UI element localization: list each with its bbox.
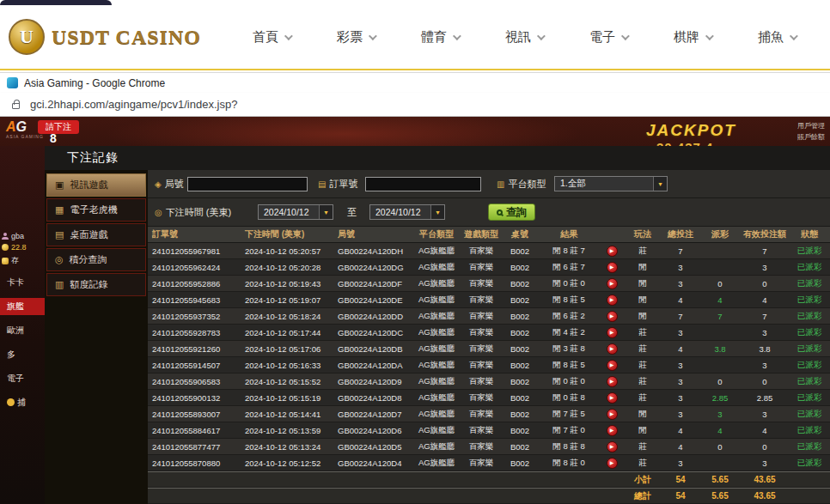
deposit-icon	[2, 258, 9, 264]
lobby-menu-item-slots[interactable]: 電子	[0, 370, 45, 387]
cell-payout: 2.85	[699, 393, 741, 403]
col-header-platform: 平台類型	[412, 228, 461, 240]
lobby-left-strip: gba 22.8 存 卡卡旗艦歐洲多電子捕	[0, 146, 45, 504]
lobby-menu-item-kaka[interactable]: 卡卡	[0, 274, 45, 291]
table-row: 2410120559624242024-10-12 05:20:28GB0022…	[148, 259, 830, 276]
cell-time: 2024-10-12 05:12:52	[241, 458, 333, 468]
site-logo[interactable]: U USDT CASINO	[9, 19, 201, 55]
cell-table: B002	[502, 328, 538, 337]
date-to-select[interactable]: 2024/10/12 ▼	[369, 204, 445, 220]
cell-table: B002	[502, 246, 538, 256]
platform-filter-label-group: ▥ 平台類型	[497, 178, 546, 191]
nav-item-live[interactable]: 視訊	[505, 29, 543, 46]
cell-replay: ▶	[600, 326, 624, 338]
replay-button[interactable]: ▶	[607, 425, 618, 436]
cell-order: 241012055877477	[148, 442, 241, 452]
lobby-deposit[interactable]: 存	[2, 255, 45, 266]
asia-gaming-favicon-icon	[7, 77, 18, 88]
cell-valid: 7	[741, 312, 789, 321]
replay-button[interactable]: ▶	[607, 295, 618, 306]
replay-button[interactable]: ▶	[607, 311, 618, 322]
cell-valid: 7	[741, 246, 789, 256]
replay-button[interactable]: ▶	[607, 327, 618, 338]
sidebar-item-points-query[interactable]: ◎積分查詢	[46, 248, 146, 271]
cell-valid: 3	[741, 458, 789, 468]
cell-play: 莊	[624, 458, 662, 469]
lobby-menu-item-europe[interactable]: 歐洲	[0, 322, 45, 339]
platform-select[interactable]: 1.全部 ▼	[554, 176, 668, 191]
col-header-order: 訂單號	[148, 228, 241, 240]
cell-play: 閒	[624, 262, 662, 273]
date-from-select[interactable]: 2024/10/12 ▼	[258, 204, 333, 220]
lobby-user: gba	[2, 232, 45, 240]
cell-table: B002	[502, 361, 538, 370]
sidebar-item-live-games[interactable]: ▣視訊遊戲	[46, 173, 146, 197]
cell-bet: 54	[662, 491, 699, 501]
col-header-valid: 有效投注額	[741, 228, 789, 240]
lobby-menu-item-flagship[interactable]: 旗艦	[0, 298, 45, 315]
lobby-menu-item-fishing[interactable]: 捕	[0, 394, 45, 411]
banner-link-account-balance[interactable]: 賬戶餘額	[797, 131, 830, 143]
replay-button[interactable]: ▶	[607, 360, 618, 371]
cell-replay: ▶	[600, 375, 624, 387]
order-number-icon: ▤	[318, 179, 326, 189]
sidebar-item-slot-machines[interactable]: ▦電子老虎機	[46, 198, 146, 222]
cell-status: 已派彩	[789, 425, 830, 436]
cell-table: B002	[502, 344, 538, 354]
sidebar-item-credit-records[interactable]: ▥額度記錄	[46, 273, 146, 296]
replay-button[interactable]: ▶	[607, 441, 618, 452]
replay-button[interactable]: ▶	[607, 246, 618, 257]
cell-order: 241012055928783	[148, 328, 241, 337]
order-number-input[interactable]	[365, 177, 481, 191]
cell-status: 已派彩	[789, 458, 830, 469]
replay-button[interactable]: ▶	[607, 278, 618, 289]
replay-button[interactable]: ▶	[607, 262, 618, 273]
cell-play: 小計	[624, 474, 662, 486]
nav-item-fishing[interactable]: 捕魚	[758, 29, 796, 46]
search-button[interactable]: 查詢	[488, 203, 535, 221]
sidebar-item-icon: ▤	[55, 229, 64, 240]
cell-valid: 43.65	[741, 491, 789, 501]
replay-button[interactable]: ▶	[607, 458, 618, 469]
table-row: 2410120558846172024-10-12 05:13:59GB0022…	[148, 422, 830, 439]
chevron-down-icon	[537, 32, 546, 40]
cell-status: 已派彩	[789, 343, 830, 355]
lobby-menu-label: 旗艦	[7, 301, 24, 311]
cell-valid: 3	[741, 328, 789, 337]
url-bar[interactable]: gci.2hhapi.com/agingame/pcv1/index.jsp?	[0, 93, 830, 117]
col-header-time: 下注時間 (美東)	[241, 228, 333, 240]
cell-order: 241012055945683	[148, 295, 241, 305]
cell-status: 已派彩	[789, 246, 830, 257]
replay-button[interactable]: ▶	[607, 409, 618, 420]
nav-item-home[interactable]: 首頁	[253, 29, 290, 46]
cell-round: GB00224A120D5	[333, 442, 412, 452]
cell-bet: 7	[662, 246, 699, 256]
sidebar-item-table-games[interactable]: ▤桌面遊戲	[46, 223, 146, 246]
cell-result: 閒 6 莊 7	[538, 262, 600, 273]
cell-status: 已派彩	[789, 311, 830, 322]
cell-round: GB00224A120DA	[333, 361, 412, 370]
cell-replay: ▶	[600, 343, 624, 355]
cell-round: GB00224A120D4	[333, 458, 412, 468]
cell-bet: 3	[662, 328, 699, 337]
cell-platform: AG旗艦廳	[412, 360, 461, 371]
username: gba	[11, 232, 24, 240]
panel-titlebar: 下注記錄	[45, 146, 830, 170]
cell-result: 閒 0 莊 0	[538, 278, 600, 289]
cell-payout: 0	[699, 279, 741, 288]
replay-button[interactable]: ▶	[607, 376, 618, 387]
replay-button[interactable]: ▶	[607, 392, 618, 404]
lobby-menu-item-multi[interactable]: 多	[0, 346, 45, 363]
nav-item-lottery[interactable]: 彩票	[337, 29, 375, 46]
cell-time: 2024-10-12 05:17:06	[241, 344, 333, 354]
nav-item-board-games[interactable]: 棋牌	[674, 29, 711, 46]
replay-button[interactable]: ▶	[607, 343, 618, 355]
cell-bet: 3	[662, 458, 699, 468]
round-number-input[interactable]	[187, 177, 308, 191]
popup-titlebar: Asia Gaming - Google Chrome	[0, 72, 830, 93]
nav-item-slots[interactable]: 電子	[589, 29, 627, 46]
nav-item-sports[interactable]: 體育	[421, 29, 459, 46]
banner-link-user-admin[interactable]: 用戶管理	[797, 120, 830, 131]
cell-play: 閒	[624, 409, 662, 420]
lobby-menu-label: 多	[7, 349, 15, 359]
